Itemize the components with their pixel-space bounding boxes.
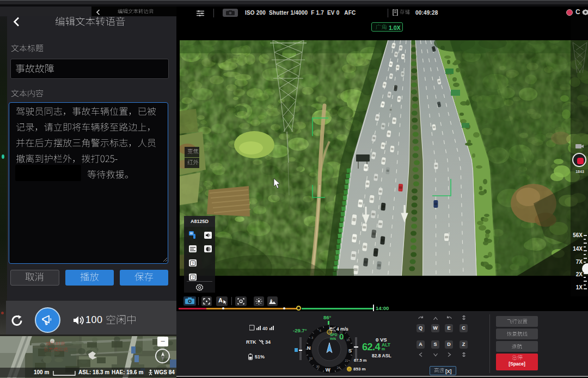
svg-text:?: ? <box>192 276 194 280</box>
svg-text:N: N <box>307 345 311 351</box>
svg-text:W: W <box>326 367 330 373</box>
svg-text:30: 30 <box>316 365 320 368</box>
svg-text:40: 40 <box>262 326 268 331</box>
svg-text:21: 21 <box>345 359 348 362</box>
svg-text:A: A <box>270 299 273 302</box>
svg-text:?: ? <box>192 262 194 265</box>
svg-text:33: 33 <box>309 357 313 360</box>
svg-text:24: 24 <box>337 366 340 369</box>
svg-text:15: 15 <box>346 338 350 342</box>
svg-text:6: 6 <box>320 329 321 332</box>
svg-text:S: S <box>348 348 352 354</box>
svg-text:3: 3 <box>311 336 313 339</box>
